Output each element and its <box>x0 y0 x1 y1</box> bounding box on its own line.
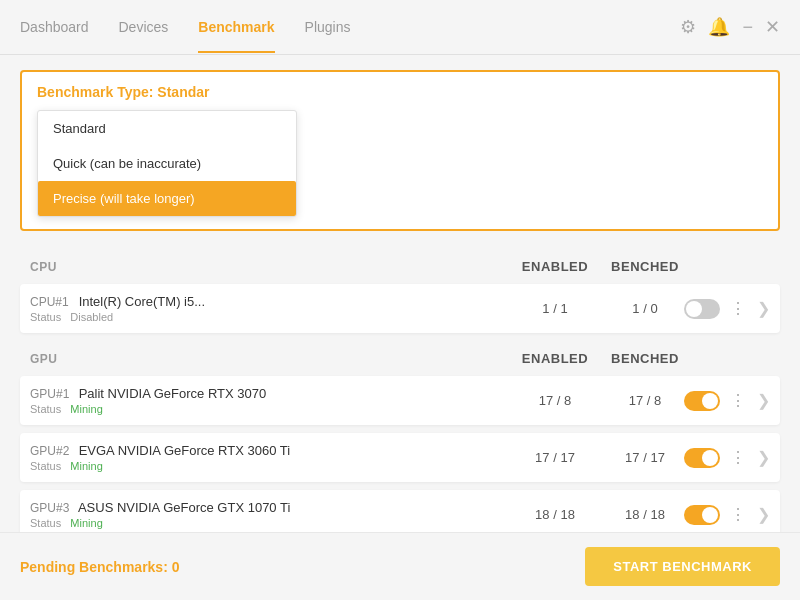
gpu3-toggle[interactable] <box>684 505 720 525</box>
gpu1-device-info: GPU#1 Palit NVIDIA GeForce RTX 3070 Stat… <box>30 386 510 415</box>
option-quick[interactable]: Quick (can be inaccurate) <box>38 146 296 181</box>
option-standard[interactable]: Standard <box>38 111 296 146</box>
cpu1-chevron-icon[interactable]: ❯ <box>757 299 770 318</box>
close-icon[interactable]: ✕ <box>765 16 780 38</box>
pending-benchmarks: Pending Benchmarks: 0 <box>20 559 180 575</box>
main-content: Benchmark Type: Standar Standard Quick (… <box>0 55 800 532</box>
gpu2-benched: 17 / 17 <box>600 450 690 465</box>
gpu1-enabled: 17 / 8 <box>510 393 600 408</box>
gpu2-name: EVGA NVIDIA GeForce RTX 3060 Ti <box>79 443 290 458</box>
gear-icon[interactable]: ⚙ <box>680 16 696 38</box>
benchmark-type-section: Benchmark Type: Standar Standard Quick (… <box>20 70 780 231</box>
tab-benchmark[interactable]: Benchmark <box>198 1 274 53</box>
benchmark-type-text: Benchmark Type: <box>37 84 153 100</box>
gpu2-device-info: GPU#2 EVGA NVIDIA GeForce RTX 3060 Ti St… <box>30 443 510 472</box>
main-window: Dashboard Devices Benchmark Plugins ⚙ 🔔 … <box>0 0 800 600</box>
gpu2-actions: ⋮ ❯ <box>690 446 770 469</box>
cpu1-id: CPU#1 <box>30 295 75 309</box>
gpu2-toggle[interactable] <box>684 448 720 468</box>
nav-bar: Dashboard Devices Benchmark Plugins ⚙ 🔔 … <box>0 0 800 55</box>
benchmark-dropdown[interactable]: Standard Quick (can be inaccurate) Preci… <box>37 110 297 217</box>
cpu1-actions: ⋮ ❯ <box>690 297 770 320</box>
gpu2-id: GPU#2 <box>30 444 75 458</box>
cpu-device-info: CPU#1 Intel(R) Core(TM) i5... Status Dis… <box>30 294 510 323</box>
gpu2-enabled: 17 / 17 <box>510 450 600 465</box>
bell-icon[interactable]: 🔔 <box>708 16 730 38</box>
gpu3-menu-icon[interactable]: ⋮ <box>726 503 751 526</box>
gpu3-actions: ⋮ ❯ <box>690 503 770 526</box>
gpu3-toggle-knob <box>702 507 718 523</box>
cpu1-toggle[interactable] <box>684 299 720 319</box>
table-row: GPU#1 Palit NVIDIA GeForce RTX 3070 Stat… <box>20 376 780 425</box>
gpu1-benched: 17 / 8 <box>600 393 690 408</box>
gpu1-id: GPU#1 <box>30 387 75 401</box>
gpu1-status-label: Status <box>30 403 61 415</box>
cpu1-name: Intel(R) Core(TM) i5... <box>79 294 205 309</box>
gpu1-menu-icon[interactable]: ⋮ <box>726 389 751 412</box>
gpu1-status-value: Mining <box>70 403 102 415</box>
gpu1-toggle[interactable] <box>684 391 720 411</box>
gpu2-menu-icon[interactable]: ⋮ <box>726 446 751 469</box>
gpu-enabled-header: ENABLED <box>510 351 600 366</box>
benchmark-type-label: Benchmark Type: Standar <box>37 84 763 100</box>
option-precise[interactable]: Precise (will take longer) <box>38 181 296 216</box>
gpu-section: GPU ENABLED BENCHED GPU#1 Palit NVIDIA G… <box>20 343 780 532</box>
gpu3-status-value: Mining <box>70 517 102 529</box>
gpu2-status-label: Status <box>30 460 61 472</box>
table-row: GPU#2 EVGA NVIDIA GeForce RTX 3060 Ti St… <box>20 433 780 482</box>
gpu1-name: Palit NVIDIA GeForce RTX 3070 <box>79 386 267 401</box>
cpu1-status-label: Status <box>30 311 61 323</box>
gpu2-chevron-icon[interactable]: ❯ <box>757 448 770 467</box>
start-benchmark-button[interactable]: START BENCHMARK <box>585 547 780 586</box>
cpu1-benched: 1 / 0 <box>600 301 690 316</box>
cpu-section-header: CPU ENABLED BENCHED <box>20 251 780 282</box>
tab-plugins[interactable]: Plugins <box>305 1 351 53</box>
cpu1-status-value: Disabled <box>70 311 113 323</box>
gpu3-status-label: Status <box>30 517 61 529</box>
cpu1-enabled: 1 / 1 <box>510 301 600 316</box>
cpu-benched-header: BENCHED <box>600 259 690 274</box>
footer: Pending Benchmarks: 0 START BENCHMARK <box>0 532 800 600</box>
cpu-header-label: CPU <box>30 260 510 274</box>
cpu-section: CPU ENABLED BENCHED CPU#1 Intel(R) Core(… <box>20 251 780 333</box>
cpu-enabled-header: ENABLED <box>510 259 600 274</box>
gpu2-status-value: Mining <box>70 460 102 472</box>
minimize-icon[interactable]: − <box>742 17 753 38</box>
cpu1-toggle-knob <box>686 301 702 317</box>
tab-dashboard[interactable]: Dashboard <box>20 1 89 53</box>
gpu3-name: ASUS NVIDIA GeForce GTX 1070 Ti <box>78 500 290 515</box>
benchmark-type-value[interactable]: Standar <box>157 84 209 100</box>
gpu3-id: GPU#3 <box>30 501 75 515</box>
nav-actions: ⚙ 🔔 − ✕ <box>680 16 780 38</box>
gpu2-toggle-knob <box>702 450 718 466</box>
gpu3-chevron-icon[interactable]: ❯ <box>757 505 770 524</box>
gpu1-toggle-knob <box>702 393 718 409</box>
gpu-benched-header: BENCHED <box>600 351 690 366</box>
gpu3-benched: 18 / 18 <box>600 507 690 522</box>
gpu-header-label: GPU <box>30 352 510 366</box>
gpu3-enabled: 18 / 18 <box>510 507 600 522</box>
gpu1-actions: ⋮ ❯ <box>690 389 770 412</box>
table-row: GPU#3 ASUS NVIDIA GeForce GTX 1070 Ti St… <box>20 490 780 532</box>
gpu-section-header: GPU ENABLED BENCHED <box>20 343 780 374</box>
table-row: CPU#1 Intel(R) Core(TM) i5... Status Dis… <box>20 284 780 333</box>
gpu3-device-info: GPU#3 ASUS NVIDIA GeForce GTX 1070 Ti St… <box>30 500 510 529</box>
cpu1-menu-icon[interactable]: ⋮ <box>726 297 751 320</box>
tab-devices[interactable]: Devices <box>119 1 169 53</box>
gpu1-chevron-icon[interactable]: ❯ <box>757 391 770 410</box>
nav-tabs: Dashboard Devices Benchmark Plugins <box>20 1 680 53</box>
